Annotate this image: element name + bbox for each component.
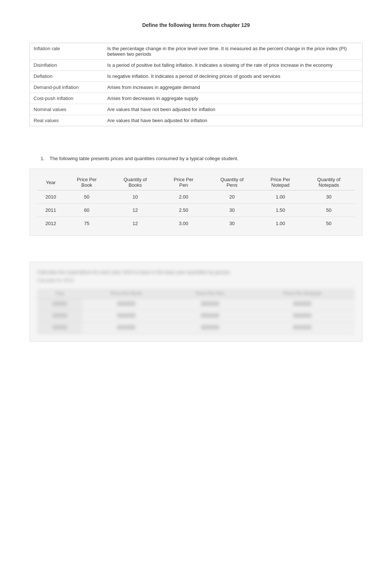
table-cell: 1.50 bbox=[258, 204, 303, 217]
blurred-table-cell bbox=[37, 299, 82, 310]
table-cell: 1.00 bbox=[258, 217, 303, 230]
table-cell: 30 bbox=[206, 204, 258, 217]
definition-term: Demand-pull inflation bbox=[30, 82, 104, 93]
definition-term: Disinflation bbox=[30, 60, 104, 71]
question-text: 1. The following table presents prices a… bbox=[30, 156, 362, 161]
data-table-header: Price PerNotepad bbox=[258, 175, 303, 190]
definition-text: Is the percentage change in the price le… bbox=[104, 43, 362, 60]
table-cell: 2.00 bbox=[161, 190, 206, 204]
table-cell: 50 bbox=[303, 217, 355, 230]
table-cell: 50 bbox=[64, 190, 109, 204]
blurred-subtitle: Calculate for 2010: bbox=[37, 278, 355, 283]
table-cell: 75 bbox=[64, 217, 109, 230]
blurred-content: Calculate the expenditure for each year … bbox=[37, 269, 355, 334]
data-table-header: Quantity ofPens bbox=[206, 175, 258, 190]
definition-term: Inflation rate bbox=[30, 43, 104, 60]
table-cell: 3.00 bbox=[161, 217, 206, 230]
question-number: 1. bbox=[41, 156, 45, 161]
table-cell: 2011 bbox=[37, 204, 64, 217]
table-cell: 10 bbox=[109, 190, 161, 204]
table-row: 201275123.00301.0050 bbox=[37, 217, 355, 230]
definition-text: Is a period of positive but falling infl… bbox=[104, 60, 362, 71]
definition-text: Are values that have not been adjusted f… bbox=[104, 104, 362, 115]
question-section-1: 1. The following table presents prices a… bbox=[30, 156, 362, 236]
blurred-table-cell bbox=[82, 299, 170, 310]
blurred-table-header: Price Per Pen bbox=[170, 289, 250, 299]
table-cell: 12 bbox=[109, 217, 161, 230]
table-cell: 2010 bbox=[37, 190, 64, 204]
blurred-table-row bbox=[37, 310, 355, 322]
definition-row: Cost-push inflationArises from decreases… bbox=[30, 93, 362, 104]
blurred-table-cell bbox=[250, 322, 355, 334]
table-cell: 2012 bbox=[37, 217, 64, 230]
blurred-table-cell bbox=[170, 322, 250, 334]
definition-row: Real valuesAre values that have been adj… bbox=[30, 115, 362, 126]
table-cell: 30 bbox=[303, 190, 355, 204]
table-cell: 30 bbox=[206, 217, 258, 230]
definition-term: Cost-push inflation bbox=[30, 93, 104, 104]
blurred-table-cell bbox=[37, 322, 82, 334]
blurred-table-cell bbox=[170, 310, 250, 322]
data-table-header: Price PerBook bbox=[64, 175, 109, 190]
definition-text: Arises from decreases in aggregate suppl… bbox=[104, 93, 362, 104]
blurred-section: Calculate the expenditure for each year … bbox=[30, 262, 362, 342]
table-cell: 50 bbox=[303, 204, 355, 217]
blurred-table-cell bbox=[82, 322, 170, 334]
definition-row: Nominal valuesAre values that have not b… bbox=[30, 104, 362, 115]
definition-row: Demand-pull inflationArises from increas… bbox=[30, 82, 362, 93]
blurred-table-header: Year bbox=[37, 289, 82, 299]
blurred-table-cell bbox=[250, 310, 355, 322]
definition-term: Real values bbox=[30, 115, 104, 126]
blurred-table-cell bbox=[37, 310, 82, 322]
definition-term: Deflation bbox=[30, 71, 104, 82]
blurred-table-row bbox=[37, 322, 355, 334]
blurred-table-cell bbox=[250, 299, 355, 310]
data-table-header: Quantity ofBooks bbox=[109, 175, 161, 190]
table-cell: 60 bbox=[64, 204, 109, 217]
question-body: The following table presents prices and … bbox=[49, 156, 238, 161]
table-cell: 1.00 bbox=[258, 190, 303, 204]
definition-row: DisinflationIs a period of positive but … bbox=[30, 60, 362, 71]
data-table-header: Price PerPen bbox=[161, 175, 206, 190]
blurred-table-row bbox=[37, 299, 355, 310]
blurred-table-header: Price Per Book bbox=[82, 289, 170, 299]
definition-row: Inflation rateIs the percentage change i… bbox=[30, 43, 362, 60]
page-title: Define the following terms from chapter … bbox=[30, 22, 362, 28]
definition-text: Is negative inflation. It indicates a pe… bbox=[104, 71, 362, 82]
data-table-header: Year bbox=[37, 175, 64, 190]
definitions-table: Inflation rateIs the percentage change i… bbox=[30, 43, 362, 126]
data-table-container: YearPrice PerBookQuantity ofBooksPrice P… bbox=[30, 169, 362, 236]
blurred-table: YearPrice Per BookPrice Per PenPrice Per… bbox=[37, 289, 355, 334]
table-cell: 20 bbox=[206, 190, 258, 204]
blurred-table-cell bbox=[170, 299, 250, 310]
definition-text: Are values that have been adjusted for i… bbox=[104, 115, 362, 126]
data-table-header: Quantity ofNotepads bbox=[303, 175, 355, 190]
blurred-table-header: Price Per Notepad bbox=[250, 289, 355, 299]
table-row: 201160122.50301.5050 bbox=[37, 204, 355, 217]
definition-row: DeflationIs negative inflation. It indic… bbox=[30, 71, 362, 82]
table-cell: 12 bbox=[109, 204, 161, 217]
definition-term: Nominal values bbox=[30, 104, 104, 115]
table-row: 201050102.00201.0030 bbox=[37, 190, 355, 204]
blurred-table-cell bbox=[82, 310, 170, 322]
data-table: YearPrice PerBookQuantity ofBooksPrice P… bbox=[37, 175, 355, 230]
definition-text: Arises from increases in aggregate deman… bbox=[104, 82, 362, 93]
table-cell: 2.50 bbox=[161, 204, 206, 217]
blurred-title: Calculate the expenditure for each year … bbox=[37, 269, 355, 275]
